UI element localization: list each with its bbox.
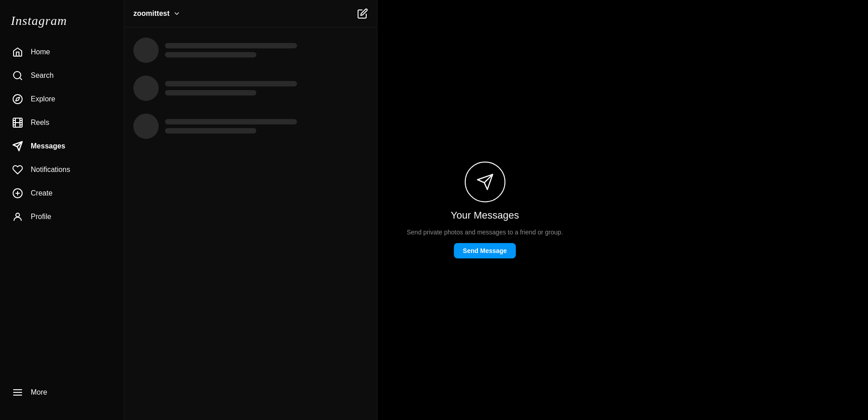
- messages-icon: [12, 140, 24, 152]
- compose-icon[interactable]: [357, 8, 368, 19]
- skeleton-line-1a: [165, 43, 297, 48]
- sidebar-item-label-explore: Explore: [31, 95, 55, 103]
- sidebar-nav: Home Search Explore Reels: [0, 41, 124, 376]
- messages-header: zoomittest: [124, 0, 377, 28]
- create-icon: [12, 187, 24, 199]
- notifications-icon: [12, 164, 24, 176]
- skeleton-avatar-2: [133, 76, 159, 101]
- svg-marker-3: [16, 97, 19, 101]
- sidebar-item-profile[interactable]: Profile: [5, 205, 118, 228]
- skeleton-line-2b: [165, 90, 256, 95]
- skeleton-line-2a: [165, 81, 297, 86]
- empty-messages-icon: [465, 162, 505, 202]
- instagram-wordmark: Instagram: [11, 14, 67, 28]
- username-label: zoomittest: [133, 10, 170, 18]
- send-message-button[interactable]: Send Message: [454, 243, 516, 258]
- chevron-down-icon: [173, 10, 180, 17]
- sidebar-item-home[interactable]: Home: [5, 41, 118, 63]
- main-content: Your Messages Send private photos and me…: [377, 0, 592, 420]
- logo: Instagram: [0, 5, 124, 41]
- empty-subtitle: Send private photos and messages to a fr…: [407, 229, 563, 236]
- sidebar-item-label-reels: Reels: [31, 119, 49, 127]
- skeleton-line-3b: [165, 128, 256, 134]
- skeleton-lines-2: [165, 81, 368, 95]
- sidebar-item-explore[interactable]: Explore: [5, 88, 118, 110]
- skeleton-item-2: [124, 69, 377, 107]
- messages-panel: zoomittest: [124, 0, 377, 420]
- home-icon: [12, 46, 24, 58]
- empty-state: Your Messages Send private photos and me…: [407, 162, 563, 258]
- profile-avatar-icon: [12, 211, 24, 223]
- sidebar-item-label-notifications: Notifications: [31, 166, 70, 174]
- skeleton-avatar-3: [133, 114, 159, 139]
- svg-point-2: [13, 95, 22, 104]
- skeleton-avatar-1: [133, 38, 159, 63]
- right-panel: [592, 0, 868, 420]
- sidebar-item-search[interactable]: Search: [5, 64, 118, 87]
- sidebar-item-label-messages: Messages: [31, 142, 66, 150]
- more-icon: [12, 387, 24, 398]
- messages-header-username[interactable]: zoomittest: [133, 10, 180, 18]
- reels-icon: [12, 117, 24, 129]
- skeleton-item-3: [124, 107, 377, 145]
- explore-icon: [12, 93, 24, 105]
- sidebar: Instagram Home Search Explore: [0, 0, 124, 420]
- skeleton-conversation-list: [124, 28, 377, 149]
- paper-plane-icon: [476, 173, 494, 191]
- sidebar-item-notifications[interactable]: Notifications: [5, 158, 118, 181]
- sidebar-item-label-create: Create: [31, 189, 52, 197]
- skeleton-line-1b: [165, 52, 256, 57]
- sidebar-item-more[interactable]: More: [5, 381, 118, 404]
- skeleton-item-1: [124, 31, 377, 69]
- search-icon: [12, 70, 24, 81]
- sidebar-bottom: More: [0, 376, 124, 415]
- svg-line-1: [20, 78, 22, 80]
- skeleton-lines-3: [165, 119, 368, 134]
- sidebar-item-label-search: Search: [31, 72, 54, 80]
- sidebar-item-reels[interactable]: Reels: [5, 111, 118, 134]
- empty-title: Your Messages: [451, 210, 519, 221]
- sidebar-item-label-profile: Profile: [31, 213, 51, 221]
- sidebar-item-messages[interactable]: Messages: [5, 135, 118, 158]
- skeleton-lines-1: [165, 43, 368, 57]
- svg-point-17: [16, 213, 19, 217]
- sidebar-item-label-home: Home: [31, 48, 50, 56]
- skeleton-line-3a: [165, 119, 297, 124]
- sidebar-item-create[interactable]: Create: [5, 182, 118, 205]
- sidebar-item-label-more: More: [31, 388, 47, 396]
